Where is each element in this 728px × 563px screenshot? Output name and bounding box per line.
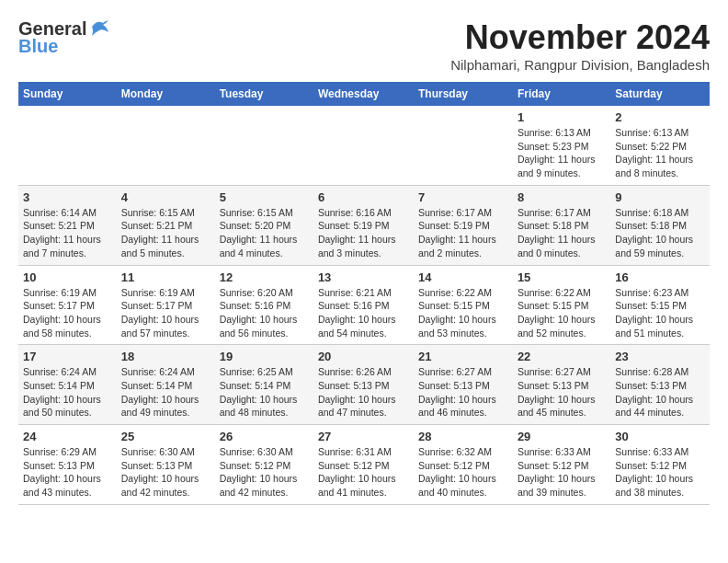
- day-info: Sunrise: 6:19 AM Sunset: 5:17 PM Dayligh…: [121, 286, 210, 340]
- calendar-cell: 16Sunrise: 6:23 AM Sunset: 5:15 PM Dayli…: [610, 265, 710, 345]
- header-row: SundayMondayTuesdayWednesdayThursdayFrid…: [18, 82, 710, 106]
- day-info: Sunrise: 6:14 AM Sunset: 5:21 PM Dayligh…: [23, 206, 112, 260]
- calendar-cell: 3Sunrise: 6:14 AM Sunset: 5:21 PM Daylig…: [18, 185, 117, 265]
- calendar-cell: 15Sunrise: 6:22 AM Sunset: 5:15 PM Dayli…: [513, 265, 610, 345]
- calendar-cell: 4Sunrise: 6:15 AM Sunset: 5:21 PM Daylig…: [117, 185, 215, 265]
- day-number: 19: [220, 350, 309, 363]
- day-number: 21: [418, 350, 508, 363]
- day-info: Sunrise: 6:22 AM Sunset: 5:15 PM Dayligh…: [518, 286, 606, 340]
- logo: General Blue: [18, 18, 110, 57]
- day-number: 17: [23, 350, 112, 363]
- calendar-row: 24Sunrise: 6:29 AM Sunset: 5:13 PM Dayli…: [18, 425, 710, 505]
- day-info: Sunrise: 6:19 AM Sunset: 5:17 PM Dayligh…: [23, 286, 112, 340]
- day-info: Sunrise: 6:24 AM Sunset: 5:14 PM Dayligh…: [23, 365, 112, 419]
- page-header: General Blue November 2024 Nilphamari, R…: [18, 18, 710, 73]
- calendar-cell: 9Sunrise: 6:18 AM Sunset: 5:18 PM Daylig…: [610, 185, 710, 265]
- location-subtitle: Nilphamari, Rangpur Division, Bangladesh: [450, 57, 710, 73]
- day-number: 11: [121, 270, 210, 284]
- calendar-cell: 20Sunrise: 6:26 AM Sunset: 5:13 PM Dayli…: [313, 345, 414, 425]
- calendar-cell: 27Sunrise: 6:31 AM Sunset: 5:12 PM Dayli…: [313, 425, 414, 505]
- calendar-cell: 17Sunrise: 6:24 AM Sunset: 5:14 PM Dayli…: [18, 345, 117, 425]
- day-number: 3: [23, 190, 112, 204]
- day-info: Sunrise: 6:13 AM Sunset: 5:23 PM Dayligh…: [518, 126, 606, 180]
- calendar-table: SundayMondayTuesdayWednesdayThursdayFrid…: [18, 82, 710, 505]
- header-sunday: Sunday: [18, 82, 117, 106]
- calendar-cell: 28Sunrise: 6:32 AM Sunset: 5:12 PM Dayli…: [414, 425, 513, 505]
- day-number: 25: [121, 430, 210, 443]
- month-title: November 2024: [450, 18, 710, 57]
- day-info: Sunrise: 6:21 AM Sunset: 5:16 PM Dayligh…: [318, 286, 409, 340]
- day-info: Sunrise: 6:26 AM Sunset: 5:13 PM Dayligh…: [318, 365, 409, 419]
- day-number: 24: [23, 430, 112, 443]
- day-info: Sunrise: 6:30 AM Sunset: 5:13 PM Dayligh…: [121, 445, 210, 500]
- calendar-cell: 18Sunrise: 6:24 AM Sunset: 5:14 PM Dayli…: [117, 345, 215, 425]
- day-info: Sunrise: 6:17 AM Sunset: 5:19 PM Dayligh…: [418, 206, 508, 260]
- day-number: 1: [518, 110, 606, 124]
- day-info: Sunrise: 6:31 AM Sunset: 5:12 PM Dayligh…: [318, 445, 409, 500]
- calendar-cell: 30Sunrise: 6:33 AM Sunset: 5:12 PM Dayli…: [610, 425, 710, 505]
- calendar-cell: 19Sunrise: 6:25 AM Sunset: 5:14 PM Dayli…: [215, 345, 313, 425]
- day-number: 20: [318, 350, 409, 363]
- header-monday: Monday: [117, 82, 215, 106]
- day-info: Sunrise: 6:33 AM Sunset: 5:12 PM Dayligh…: [615, 445, 705, 500]
- day-number: 26: [220, 430, 309, 443]
- day-info: Sunrise: 6:17 AM Sunset: 5:18 PM Dayligh…: [518, 206, 606, 260]
- day-number: 28: [418, 430, 508, 443]
- calendar-cell: 13Sunrise: 6:21 AM Sunset: 5:16 PM Dayli…: [313, 265, 414, 345]
- day-number: 16: [615, 270, 705, 284]
- day-number: 15: [518, 270, 606, 284]
- header-wednesday: Wednesday: [313, 82, 414, 106]
- day-number: 30: [615, 430, 705, 443]
- calendar-cell: 5Sunrise: 6:15 AM Sunset: 5:20 PM Daylig…: [215, 185, 313, 265]
- header-thursday: Thursday: [414, 82, 513, 106]
- calendar-cell: [414, 106, 513, 185]
- calendar-cell: [117, 106, 215, 185]
- calendar-cell: [215, 106, 313, 185]
- day-number: 7: [418, 190, 508, 204]
- calendar-cell: 6Sunrise: 6:16 AM Sunset: 5:19 PM Daylig…: [313, 185, 414, 265]
- header-friday: Friday: [513, 82, 610, 106]
- calendar-cell: [18, 106, 117, 185]
- day-number: 23: [615, 350, 705, 363]
- day-info: Sunrise: 6:22 AM Sunset: 5:15 PM Dayligh…: [418, 286, 508, 340]
- day-info: Sunrise: 6:33 AM Sunset: 5:12 PM Dayligh…: [518, 445, 606, 500]
- calendar-body: 1Sunrise: 6:13 AM Sunset: 5:23 PM Daylig…: [18, 106, 710, 504]
- day-info: Sunrise: 6:23 AM Sunset: 5:15 PM Dayligh…: [615, 286, 705, 340]
- day-number: 2: [615, 110, 705, 124]
- logo-blue-text: Blue: [18, 36, 58, 57]
- day-info: Sunrise: 6:13 AM Sunset: 5:22 PM Dayligh…: [615, 126, 705, 180]
- calendar-cell: 24Sunrise: 6:29 AM Sunset: 5:13 PM Dayli…: [18, 425, 117, 505]
- day-number: 18: [121, 350, 210, 363]
- day-number: 27: [318, 430, 409, 443]
- calendar-row: 17Sunrise: 6:24 AM Sunset: 5:14 PM Dayli…: [18, 345, 710, 425]
- day-info: Sunrise: 6:25 AM Sunset: 5:14 PM Dayligh…: [220, 365, 309, 419]
- calendar-cell: 23Sunrise: 6:28 AM Sunset: 5:13 PM Dayli…: [610, 345, 710, 425]
- calendar-cell: 29Sunrise: 6:33 AM Sunset: 5:12 PM Dayli…: [513, 425, 610, 505]
- day-info: Sunrise: 6:16 AM Sunset: 5:19 PM Dayligh…: [318, 206, 409, 260]
- day-info: Sunrise: 6:15 AM Sunset: 5:20 PM Dayligh…: [220, 206, 309, 260]
- calendar-cell: 25Sunrise: 6:30 AM Sunset: 5:13 PM Dayli…: [117, 425, 215, 505]
- title-block: November 2024 Nilphamari, Rangpur Divisi…: [450, 18, 710, 73]
- calendar-cell: 14Sunrise: 6:22 AM Sunset: 5:15 PM Dayli…: [414, 265, 513, 345]
- calendar-cell: 7Sunrise: 6:17 AM Sunset: 5:19 PM Daylig…: [414, 185, 513, 265]
- calendar-cell: 2Sunrise: 6:13 AM Sunset: 5:22 PM Daylig…: [610, 106, 710, 185]
- day-info: Sunrise: 6:28 AM Sunset: 5:13 PM Dayligh…: [615, 365, 705, 419]
- day-info: Sunrise: 6:32 AM Sunset: 5:12 PM Dayligh…: [418, 445, 508, 500]
- logo-bird-icon: [90, 19, 110, 36]
- calendar-row: 1Sunrise: 6:13 AM Sunset: 5:23 PM Daylig…: [18, 106, 710, 185]
- day-info: Sunrise: 6:27 AM Sunset: 5:13 PM Dayligh…: [418, 365, 508, 419]
- calendar-cell: 10Sunrise: 6:19 AM Sunset: 5:17 PM Dayli…: [18, 265, 117, 345]
- header-saturday: Saturday: [610, 82, 710, 106]
- day-number: 9: [615, 190, 705, 204]
- day-info: Sunrise: 6:20 AM Sunset: 5:16 PM Dayligh…: [220, 286, 309, 340]
- day-number: 29: [518, 430, 606, 443]
- day-info: Sunrise: 6:27 AM Sunset: 5:13 PM Dayligh…: [518, 365, 606, 419]
- calendar-cell: 11Sunrise: 6:19 AM Sunset: 5:17 PM Dayli…: [117, 265, 215, 345]
- day-number: 5: [220, 190, 309, 204]
- calendar-cell: 12Sunrise: 6:20 AM Sunset: 5:16 PM Dayli…: [215, 265, 313, 345]
- calendar-cell: 21Sunrise: 6:27 AM Sunset: 5:13 PM Dayli…: [414, 345, 513, 425]
- calendar-header: SundayMondayTuesdayWednesdayThursdayFrid…: [18, 82, 710, 106]
- calendar-cell: [313, 106, 414, 185]
- calendar-row: 3Sunrise: 6:14 AM Sunset: 5:21 PM Daylig…: [18, 185, 710, 265]
- calendar-row: 10Sunrise: 6:19 AM Sunset: 5:17 PM Dayli…: [18, 265, 710, 345]
